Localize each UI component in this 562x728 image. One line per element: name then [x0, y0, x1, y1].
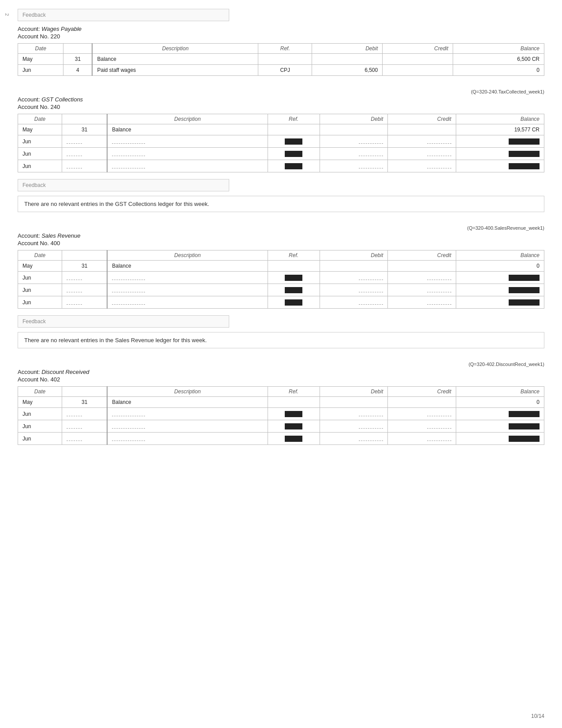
col-header-desc: Description [107, 387, 268, 397]
discount-received-header: Account: Discount Received [18, 369, 544, 375]
row-credit [388, 420, 456, 433]
table-row: Jun [18, 420, 544, 433]
row-month: May [18, 54, 63, 65]
gst-collections-no: Account No. 240 [18, 104, 544, 110]
row-day [62, 135, 108, 148]
col-header-ref: Ref. [268, 387, 320, 397]
row-debit [320, 397, 388, 408]
row-month: Jun [18, 433, 62, 445]
table-row: May 31 Balance 6,500 CR [18, 54, 544, 65]
row-debit [320, 408, 388, 420]
row-debit [320, 420, 388, 433]
row-desc: Balance [107, 261, 268, 272]
table-row: May 31 Balance 19,577 CR [18, 124, 544, 135]
gst-feedback-box: Feedback [18, 179, 229, 191]
page-number: 10/14 [531, 713, 544, 719]
row-month: May [18, 261, 62, 272]
row-credit [388, 135, 456, 148]
row-ref [268, 433, 320, 445]
col-header-balance: Balance [456, 387, 544, 397]
col-header-credit: Credit [388, 114, 456, 124]
row-credit [388, 397, 456, 408]
row-month: Jun [18, 420, 62, 433]
wages-payable-section: Feedback Account: Wages Payable Account … [18, 9, 544, 76]
row-ref [268, 124, 320, 135]
row-credit [388, 408, 456, 420]
row-day: 4 [63, 65, 93, 76]
row-desc [107, 284, 268, 296]
row-debit [320, 261, 388, 272]
row-month: Jun [18, 135, 62, 148]
table-row: Jun [18, 160, 544, 172]
row-month: Jun [18, 65, 63, 76]
gst-feedback-message: There are no relevant entries in the GST… [18, 196, 544, 212]
row-desc: Balance [107, 397, 268, 408]
row-desc: Paid staff wages [92, 65, 258, 76]
row-credit [388, 433, 456, 445]
table-row: Jun [18, 135, 544, 148]
row-debit [320, 160, 388, 172]
row-desc [107, 148, 268, 160]
side-label: 2 [4, 13, 10, 16]
gst-header-row: Date Description Ref. Debit Credit Balan… [18, 114, 544, 124]
row-ref [268, 261, 320, 272]
row-debit [320, 272, 388, 284]
row-credit [388, 160, 456, 172]
row-ref [268, 284, 320, 296]
table-row: Jun [18, 408, 544, 420]
wages-feedback-label: Feedback [22, 12, 46, 18]
row-debit [320, 135, 388, 148]
row-day [62, 420, 108, 433]
table-row: Jun 4 Paid staff wages CPJ 6,500 0 [18, 65, 544, 76]
row-month: Jun [18, 284, 62, 296]
row-debit [312, 54, 383, 65]
row-ref: CPJ [258, 65, 312, 76]
col-header-day [62, 387, 108, 397]
row-ref [268, 272, 320, 284]
row-balance: 0 [456, 261, 544, 272]
sales-q-label: (Q=320-400.SalesRevenue_week1) [18, 225, 544, 231]
col-header-debit: Debit [312, 44, 383, 54]
row-day [62, 296, 108, 309]
row-debit [320, 124, 388, 135]
row-day [62, 272, 108, 284]
col-header-date: Date [18, 250, 62, 261]
row-desc [107, 272, 268, 284]
row-credit [388, 296, 456, 309]
row-balance [456, 408, 544, 420]
row-credit [383, 65, 453, 76]
account-prefix3: Account: [18, 232, 41, 239]
row-balance [456, 160, 544, 172]
row-credit [388, 284, 456, 296]
wages-header-row: Date Description Ref. Debit Credit Balan… [18, 44, 544, 54]
row-desc [107, 135, 268, 148]
row-balance [456, 420, 544, 433]
gst-collections-section: (Q=320-240.TaxCollected_week1) Account: … [18, 89, 544, 212]
sales-feedback-label: Feedback [22, 318, 46, 325]
row-balance [456, 148, 544, 160]
row-credit [388, 272, 456, 284]
table-row: Jun [18, 284, 544, 296]
col-header-credit: Credit [388, 250, 456, 261]
wages-payable-name: Wages Payable [41, 26, 82, 32]
discount-q-label: (Q=320-402.DiscountRecd_week1) [18, 362, 544, 367]
row-debit [320, 433, 388, 445]
col-header-date: Date [18, 387, 62, 397]
row-desc [107, 296, 268, 309]
row-desc [107, 433, 268, 445]
row-desc [107, 408, 268, 420]
sales-header-row: Date Description Ref. Debit Credit Balan… [18, 250, 544, 261]
row-credit [383, 54, 453, 65]
row-day [62, 433, 108, 445]
discount-received-name: Discount Received [41, 369, 89, 375]
row-day [62, 160, 108, 172]
row-desc [107, 160, 268, 172]
col-header-date: Date [18, 114, 62, 124]
gst-collections-header: Account: GST Collections [18, 96, 544, 103]
row-ref [268, 420, 320, 433]
table-row: May 31 Balance 0 [18, 397, 544, 408]
row-day [62, 148, 108, 160]
col-header-ref: Ref. [258, 44, 312, 54]
col-header-balance: Balance [453, 44, 544, 54]
row-month: Jun [18, 296, 62, 309]
